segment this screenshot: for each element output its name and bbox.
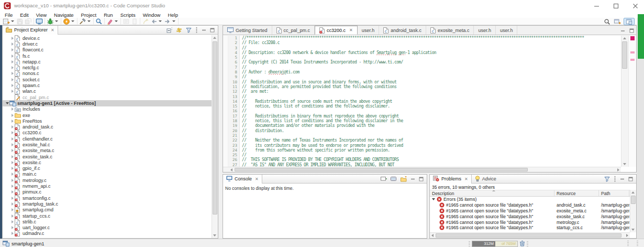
maximize-button[interactable]	[209, 27, 215, 33]
back-arrow-button[interactable]	[150, 18, 163, 25]
menu-help[interactable]: Help	[164, 12, 182, 18]
editor-tab-exosite-meta-c[interactable]: cexosite_meta.c	[426, 26, 474, 35]
tree-item-startup-ccs-c[interactable]: cstartup_ccs.c	[3, 213, 212, 219]
filter-button[interactable]	[185, 27, 192, 33]
menu-run[interactable]: Run	[100, 12, 116, 18]
maximize-window-icon[interactable]	[613, 3, 619, 9]
collapse-caret-icon[interactable]	[5, 102, 9, 104]
editor-tab-getting-started[interactable]: Getting Started	[223, 26, 272, 35]
tree-item-includes[interactable]: Includes	[3, 106, 212, 112]
expand-caret-icon[interactable]	[10, 149, 15, 152]
maximize-button[interactable]	[418, 176, 424, 182]
problems-vertical-scrollbar[interactable]	[630, 190, 636, 232]
expand-caret-icon[interactable]	[10, 72, 15, 75]
save-button[interactable]	[16, 18, 24, 25]
expand-caret-icon[interactable]	[10, 125, 15, 128]
expand-caret-icon[interactable]	[10, 179, 15, 182]
dropdown-caret-icon[interactable]	[71, 20, 74, 22]
tab-problems[interactable]: Problems ✕	[430, 175, 472, 184]
expand-caret-icon[interactable]	[10, 208, 15, 211]
editor-tab-user-h[interactable]: user.h	[474, 26, 496, 35]
minimize-button[interactable]	[619, 176, 625, 182]
tree-item-main-c[interactable]: cmain.c	[3, 171, 212, 177]
filter-button[interactable]	[604, 176, 610, 182]
tree-item-driver-c[interactable]: cdriver.c	[3, 41, 212, 47]
editor-tab-cc-pal-pm-c[interactable]: ccc_pal_pm.c	[272, 26, 315, 35]
tree-item-udmadrv-c[interactable]: cudmadrv.c	[3, 231, 212, 237]
drag-grip[interactable]	[527, 241, 528, 246]
editor-horizontal-scrollbar[interactable]	[223, 167, 621, 172]
editor-tab-user-h[interactable]: user.h	[358, 26, 380, 35]
close-tab-icon[interactable]: ✕	[349, 28, 353, 33]
problem-row[interactable]: #1965 cannot open source file "datatypes…	[430, 202, 630, 208]
menu-window[interactable]: Window	[139, 12, 164, 18]
minimize-window-icon[interactable]	[593, 3, 600, 9]
tree-item-clienthandler-c[interactable]: cclienthandler.c	[3, 136, 212, 142]
expand-caret-icon[interactable]	[10, 37, 15, 40]
menu-view[interactable]: View	[32, 12, 50, 18]
view-menu-button[interactable]	[613, 176, 617, 182]
tree-item-strlib-c[interactable]: cstrlib.c	[3, 219, 212, 224]
expand-caret-icon[interactable]	[10, 197, 15, 200]
tree-item-cc3200-c[interactable]: ccc3200.c	[3, 130, 212, 136]
tab-project-explorer[interactable]: Project Explorer ✕	[3, 26, 58, 35]
terminal-button[interactable]	[35, 18, 43, 25]
expand-caret-icon[interactable]	[10, 173, 15, 176]
editor-overview-ruler[interactable]	[628, 36, 636, 167]
expand-caret-icon[interactable]	[10, 161, 15, 164]
menu-edit[interactable]: Edit	[16, 12, 32, 18]
menu-file[interactable]: File	[1, 12, 16, 18]
tree-item-netcfg-c[interactable]: cnetcfg.c	[3, 65, 212, 70]
expand-caret-icon[interactable]	[10, 131, 15, 134]
open-console-button[interactable]	[380, 176, 387, 182]
tree-item-gpio-if-c[interactable]: cgpio_if.c	[3, 166, 212, 171]
tree-item-metrology-c[interactable]: cmetrology.c	[3, 177, 212, 183]
expand-caret-icon[interactable]	[10, 90, 15, 93]
tree-item-smartplug-gen1[interactable]: smartplug-gen1 [Active - FreeRtos]	[3, 100, 212, 106]
tree-item-socket-c[interactable]: csocket.c	[3, 77, 212, 82]
tree-item-flowcont-c[interactable]: cflowcont.c	[3, 47, 212, 53]
expand-caret-icon[interactable]	[10, 202, 15, 206]
expand-caret-icon[interactable]	[10, 143, 15, 146]
expand-caret-icon[interactable]	[10, 232, 15, 235]
code-editor[interactable]: 1//*************************************…	[223, 36, 621, 167]
garbage-collect-icon[interactable]	[519, 240, 525, 247]
quick-search-button[interactable]	[603, 18, 611, 25]
tree-item-exosite-c[interactable]: cexosite.c	[3, 159, 212, 165]
problem-row[interactable]: #1965 cannot open source file "datatypes…	[430, 219, 630, 225]
tree-item-spawn-c[interactable]: cspawn.c	[3, 82, 212, 88]
expand-caret-icon[interactable]	[10, 185, 15, 188]
tree-item-smartconfig-c[interactable]: csmartconfig.c	[3, 195, 212, 201]
drag-grip[interactable]	[637, 241, 638, 246]
tree-item-exe[interactable]: exe	[3, 112, 212, 118]
expand-caret-icon[interactable]	[10, 220, 15, 223]
expand-caret-icon[interactable]	[10, 190, 15, 194]
flash-button[interactable]	[62, 18, 76, 25]
dropdown-caret-icon[interactable]	[172, 20, 175, 22]
tree-item-exosite-task-c[interactable]: cexosite_task.c	[3, 154, 212, 159]
close-view-icon[interactable]: ✕	[255, 177, 259, 181]
save-all-button[interactable]	[24, 18, 32, 25]
collapse-all-button[interactable]	[166, 27, 173, 33]
editor-tab-user-h[interactable]: user.h	[496, 26, 518, 35]
sync-button[interactable]	[122, 18, 130, 25]
menu-scripts[interactable]: Scripts	[117, 12, 139, 18]
problem-row[interactable]: #1965 cannot open source file "datatypes…	[430, 208, 630, 214]
menu-project[interactable]: Project	[77, 12, 101, 18]
tree-item-cc-pal-pm-c[interactable]: cc_pal_pm.c	[3, 94, 212, 100]
expand-caret-icon[interactable]	[10, 48, 15, 51]
tree-item-smartplug-cmd[interactable]: smartplug.cmd	[3, 207, 212, 213]
new-wizard-button[interactable]	[2, 18, 16, 25]
tree-item-fs-c[interactable]: cfs.c	[3, 53, 212, 59]
minimize-button[interactable]	[201, 27, 207, 33]
close-view-icon[interactable]: ✕	[464, 177, 468, 181]
view-menu-button[interactable]	[195, 27, 198, 33]
editor-tab-android-task-c[interactable]: candroid_task.c	[379, 26, 426, 35]
problems-group-errors[interactable]: Errors (35 items)	[430, 197, 630, 202]
expand-caret-icon[interactable]	[10, 167, 15, 170]
expand-caret-icon[interactable]	[10, 84, 15, 87]
active-perspective-button[interactable]	[624, 18, 635, 25]
last-edit-location-button[interactable]	[141, 18, 150, 25]
tree-item-exosite-meta-c[interactable]: cexosite_meta.c	[3, 148, 212, 154]
build-hammer-button[interactable]	[79, 18, 92, 25]
